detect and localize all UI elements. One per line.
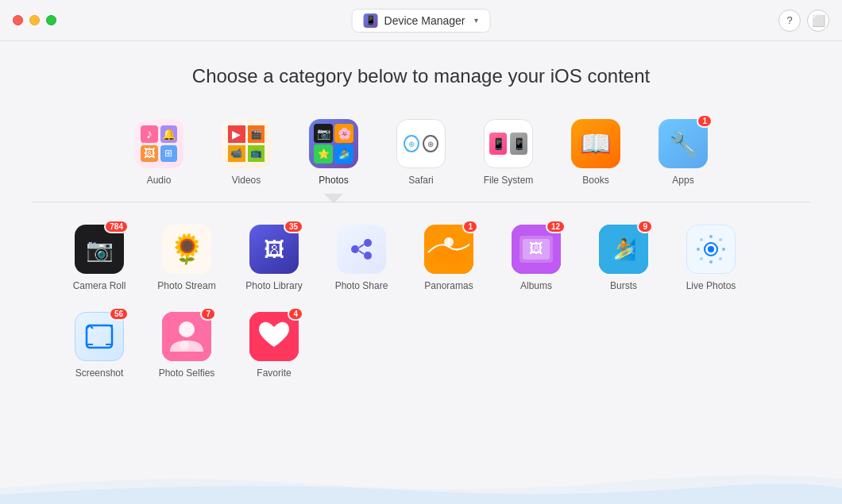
books-icon: 📖 [571, 119, 620, 168]
screenshot-badge: 56 [109, 307, 129, 321]
svg-point-20 [700, 238, 703, 241]
sub-item-panoramas[interactable]: 1 Panoramas [405, 218, 492, 298]
safari-icon: ⊕ ⊕ [396, 119, 446, 168]
sub-item-screenshot[interactable]: 56 Screenshot [56, 306, 143, 385]
camera-roll-label: Camera Roll [73, 280, 126, 291]
app-title-label: Device Manager [384, 14, 465, 27]
grid-sq: ⊞ [160, 145, 178, 163]
film-sq: 🎬 [248, 125, 265, 143]
category-item-videos[interactable]: ▶ 🎬 📹 📺 Videos [203, 111, 290, 194]
category-item-books[interactable]: 📖 Books [552, 111, 639, 194]
albums-badge: 12 [546, 220, 566, 233]
category-item-safari[interactable]: ⊕ ⊕ Safari [377, 111, 465, 194]
img-sq: 🖼 [141, 145, 158, 163]
books-label: Books [582, 175, 608, 186]
panoramas-icon-wrap: 1 [424, 225, 473, 274]
svg-point-23 [719, 257, 722, 260]
category-item-audio[interactable]: ♪ 🔔 🖼 ⊞ Audio [115, 111, 203, 194]
svg-point-19 [722, 248, 725, 251]
apps-badge: 1 [697, 114, 713, 128]
photo-library-label: Photo Library [245, 280, 302, 291]
svg-point-1 [364, 239, 372, 247]
sub-item-live-photos[interactable]: Live Photos [667, 218, 755, 298]
close-button[interactable] [13, 15, 23, 25]
svg-text:🖼: 🖼 [529, 240, 543, 256]
tv-sq: 📺 [248, 145, 265, 163]
fs-pink: 📱 [489, 133, 507, 155]
camera-roll-icon-wrap: 📷 784 [75, 225, 124, 274]
minimize-button[interactable] [29, 15, 40, 25]
apps-label: Apps [672, 175, 693, 186]
titlebar-actions: ? ⬜ [778, 10, 829, 32]
sub-item-camera-roll[interactable]: 📷 784 Camera Roll [56, 218, 143, 298]
help-button[interactable]: ? [778, 10, 801, 32]
sub-item-favorite[interactable]: 4 Favorite [230, 306, 318, 385]
photo-share-icon [337, 225, 386, 274]
svg-point-2 [364, 252, 372, 260]
favorite-icon-wrap: 4 [249, 312, 299, 361]
safari-circle-2: ⊕ [423, 135, 438, 152]
live-photos-icon [686, 225, 736, 274]
maximize-button[interactable] [46, 15, 56, 25]
sub-item-albums[interactable]: 🖼 12 Albums [492, 218, 580, 298]
svg-point-18 [697, 248, 700, 251]
live-photos-icon-wrap [686, 225, 736, 274]
bottom-wave [0, 464, 842, 504]
category-item-filesystem[interactable]: 📱 📱 File System [465, 111, 552, 194]
titlebar: 📱 Device Manager ▾ ? ⬜ [0, 0, 842, 41]
photo-stream-icon-wrap: 🌻 [162, 225, 211, 274]
filesystem-label: File System [484, 175, 534, 186]
favorite-badge: 4 [288, 307, 303, 321]
photos-label: Photos [319, 175, 348, 186]
photo-selfies-label: Photo Selfies [159, 367, 215, 379]
flower-sq: 🌸 [334, 124, 353, 143]
photo-share-label: Photo Share [335, 280, 388, 291]
clip-sq: 📹 [228, 145, 245, 163]
screenshot-label: Screenshot [75, 367, 124, 379]
photo-selfies-icon-wrap: 7 [162, 312, 211, 361]
filesystem-icon: 📱 📱 [484, 119, 533, 168]
app-title-button[interactable]: 📱 Device Manager ▾ [352, 9, 491, 33]
svg-text:🏄: 🏄 [611, 237, 637, 262]
window-button[interactable]: ⬜ [807, 10, 829, 32]
svg-line-4 [359, 251, 364, 254]
bell-sq: 🔔 [160, 125, 178, 143]
window-icon: ⬜ [812, 14, 825, 27]
page-heading: Choose a category below to manage your i… [16, 65, 826, 87]
svg-point-7 [444, 237, 454, 247]
help-icon: ? [786, 14, 792, 26]
surf-sq: 🏄 [334, 144, 353, 164]
photo-library-badge: 35 [284, 220, 303, 233]
audio-label: Audio [147, 175, 172, 186]
sub-item-photo-library[interactable]: 🖼 35 Photo Library [230, 218, 318, 298]
svg-point-22 [700, 257, 703, 260]
live-photos-label: Live Photos [686, 280, 736, 291]
svg-point-26 [179, 321, 195, 337]
video-sq: ▶ [228, 125, 245, 143]
bursts-label: Bursts [610, 280, 637, 291]
sub-item-bursts[interactable]: 🏄 9 Bursts [580, 218, 667, 298]
sub-item-photo-share[interactable]: Photo Share [318, 218, 405, 298]
safari-circle-1: ⊕ [404, 135, 419, 152]
panoramas-label: Panoramas [424, 280, 473, 291]
category-item-apps[interactable]: 🔧 1 Apps [639, 111, 727, 194]
chevron-down-icon: ▾ [474, 16, 478, 25]
category-row: ♪ 🔔 🖼 ⊞ Audio ▶ 🎬 📹 📺 Videos 📷 🌸 ⭐ [16, 111, 826, 194]
category-item-photos[interactable]: 📷 🌸 ⭐ 🏄 Photos [290, 111, 377, 194]
audio-icon: ♪ 🔔 🖼 ⊞ [134, 119, 183, 168]
cam-sq: 📷 [314, 124, 333, 143]
svg-point-6 [433, 248, 465, 264]
photo-library-icon-wrap: 🖼 35 [249, 225, 299, 274]
camera-roll-badge: 784 [104, 220, 129, 233]
safari-label: Safari [408, 175, 433, 186]
star-sq: ⭐ [314, 144, 333, 164]
photo-selfies-badge: 7 [200, 307, 216, 321]
bursts-icon-wrap: 🏄 9 [599, 225, 648, 274]
sub-item-photo-stream[interactable]: 🌻 Photo Stream [143, 218, 230, 298]
sub-item-photo-selfies[interactable]: 7 Photo Selfies [143, 306, 230, 385]
svg-point-21 [719, 238, 722, 241]
screenshot-icon-wrap: 56 [75, 312, 124, 361]
bursts-badge: 9 [637, 220, 653, 233]
traffic-lights [13, 15, 56, 25]
sub-items-grid: 📷 784 Camera Roll 🌻 Photo Stream 🖼 35 Ph… [16, 202, 826, 401]
